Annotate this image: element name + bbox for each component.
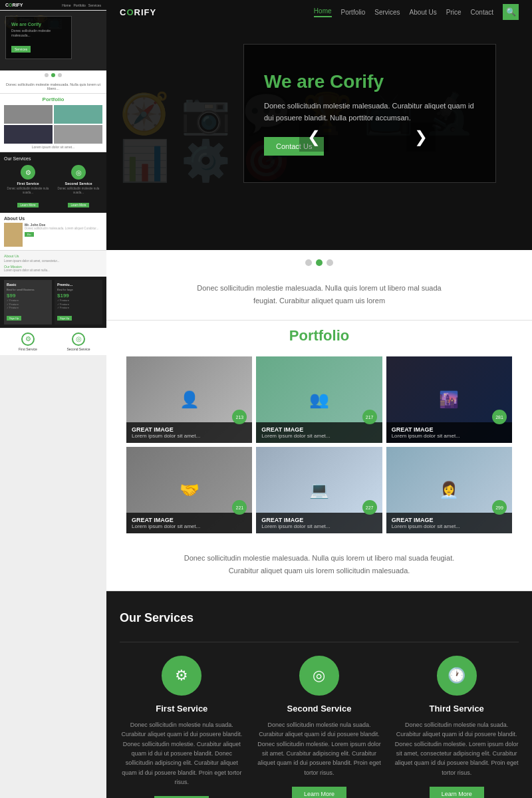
portfolio-desc-3: Lorem ipsum dolor sit amet... [392, 433, 507, 439]
service-card-3: 🕐 Third Service Donec sollicitudin moles… [394, 656, 519, 798]
dot-2[interactable] [316, 259, 323, 266]
nav-price[interactable]: Price [446, 9, 462, 16]
service-icon-2: ◎ [299, 656, 339, 696]
portfolio-footer: Donec sollicitudin molestie malesuada. N… [106, 544, 532, 590]
portfolio-desc-4: Lorem ipsum dolor sit amet... [132, 523, 247, 529]
hero-card: We are Corify Donec sollicitudin molesti… [243, 44, 496, 183]
nav-contact[interactable]: Contact [471, 9, 493, 16]
services-section: Our Services ⚙ First Service Donec solli… [106, 591, 532, 798]
portfolio-overlay-2: GREAT IMAGE Lorem ipsum dolor sit amet..… [256, 422, 382, 443]
hero-heading: We are Corify [264, 71, 475, 92]
service-btn-2[interactable]: Learn More [292, 787, 346, 798]
nav-about[interactable]: About Us [410, 9, 437, 16]
portfolio-title-2: GREAT IMAGE [261, 426, 376, 433]
portfolio-title-5: GREAT IMAGE [261, 517, 376, 523]
portfolio-desc-5: Lorem ipsum dolor sit amet... [261, 523, 376, 529]
navigation: CORIFY Home Portfolio Services About Us … [106, 0, 532, 24]
hero-section: 🧭 📷 💬 🏆 📺 🔬 📊 ⚙️ 🎯 We are Corify Donec s… [106, 24, 532, 250]
portfolio-overlay-6: GREAT IMAGE Lorem ipsum dolor sit amet..… [386, 513, 512, 533]
service-card-1: ⚙ First Service Donec sollicitudin moles… [120, 656, 244, 798]
nav-portfolio[interactable]: Portfolio [341, 9, 366, 16]
portfolio-desc-1: Lorem ipsum dolor sit amet... [132, 433, 247, 439]
nav-links: Home Portfolio Services About Us Price C… [314, 4, 519, 20]
service-desc-1: Donec sollicitudin molestie nula suada. … [120, 720, 244, 787]
portfolio-item-5[interactable]: 💻 GREAT IMAGE Lorem ipsum dolor sit amet… [256, 447, 382, 533]
services-grid: ⚙ First Service Donec sollicitudin moles… [120, 656, 519, 798]
portfolio-item-2[interactable]: 👥 GREAT IMAGE Lorem ipsum dolor sit amet… [256, 356, 382, 443]
portfolio-item-4[interactable]: 🤝 GREAT IMAGE Lorem ipsum dolor sit amet… [126, 447, 252, 533]
service-icon-1: ⚙ [162, 656, 201, 696]
service-name-1: First Service [120, 704, 244, 714]
portfolio-overlay-3: GREAT IMAGE Lorem ipsum dolor sit amet..… [386, 422, 512, 443]
service-name-2: Second Service [257, 704, 382, 714]
portfolio-title-6: GREAT IMAGE [392, 517, 507, 523]
portfolio-overlay-1: GREAT IMAGE Lorem ipsum dolor sit amet..… [126, 422, 252, 443]
portfolio-desc-2: Lorem ipsum dolor sit amet... [261, 433, 376, 439]
portfolio-title-3: GREAT IMAGE [392, 426, 507, 433]
hero-next-button[interactable]: ❯ [406, 122, 436, 152]
service-desc-3: Donec sollicitudin molestie nula suada. … [394, 720, 519, 777]
nav-logo: CORIFY [120, 7, 156, 17]
slide-indicators [106, 250, 532, 275]
nav-home[interactable]: Home [314, 7, 332, 17]
portfolio-overlay-5: GREAT IMAGE Lorem ipsum dolor sit amet..… [256, 513, 382, 533]
search-icon[interactable]: 🔍 [503, 4, 519, 20]
portfolio-desc-6: Lorem ipsum dolor sit amet... [392, 523, 507, 529]
service-card-2: ◎ Second Service Donec sollicitudin mole… [257, 656, 382, 798]
service-desc-2: Donec sollicitudin molestie nula suada. … [257, 720, 382, 777]
service-btn-3[interactable]: Learn More [430, 787, 484, 798]
hero-prev-button[interactable]: ❮ [299, 122, 329, 152]
portfolio-item-1[interactable]: 👤 GREAT IMAGE Lorem ipsum dolor sit amet… [126, 356, 252, 443]
portfolio-title: Portfolio [106, 327, 532, 344]
divider-1 [106, 320, 532, 321]
portfolio-title-1: GREAT IMAGE [132, 426, 247, 433]
service-name-3: Third Service [394, 704, 519, 714]
portfolio-badge-2: 217 [362, 410, 377, 424]
left-preview-strip: CORIFY Home Portfolio Services 🧭📷🏆📺 We a… [0, 0, 106, 798]
hero-body: Donec sollicitudin molestie malesuada. C… [264, 100, 475, 124]
nav-services[interactable]: Services [374, 9, 400, 16]
portfolio-overlay-4: GREAT IMAGE Lorem ipsum dolor sit amet..… [126, 513, 252, 533]
services-section-title: Our Services [120, 611, 519, 625]
portfolio-item-6[interactable]: 👩‍💼 GREAT IMAGE Lorem ipsum dolor sit am… [386, 447, 512, 533]
portfolio-grid: 👤 GREAT IMAGE Lorem ipsum dolor sit amet… [106, 356, 532, 544]
service-icon-3: 🕐 [437, 656, 477, 696]
portfolio-badge-5: 227 [362, 500, 377, 515]
portfolio-item-3[interactable]: 🌆 GREAT IMAGE Lorem ipsum dolor sit amet… [386, 356, 512, 443]
dot-1[interactable] [305, 259, 312, 266]
dot-3[interactable] [327, 259, 333, 266]
main-content: CORIFY Home Portfolio Services About Us … [106, 0, 532, 798]
intro-text: Donec sollicitudin molestie malesuada. N… [106, 275, 532, 320]
portfolio-title-4: GREAT IMAGE [132, 517, 247, 523]
